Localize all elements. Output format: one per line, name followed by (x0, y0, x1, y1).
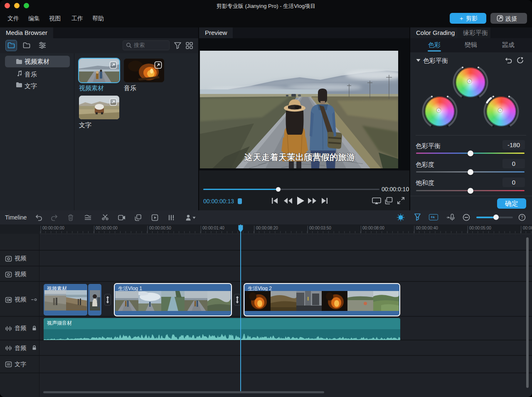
svg-text:?: ? (521, 215, 523, 220)
svg-text:这天走着天茉出颀营假的旅游: 这天走着天茉出颀营假的旅游 (244, 152, 355, 162)
